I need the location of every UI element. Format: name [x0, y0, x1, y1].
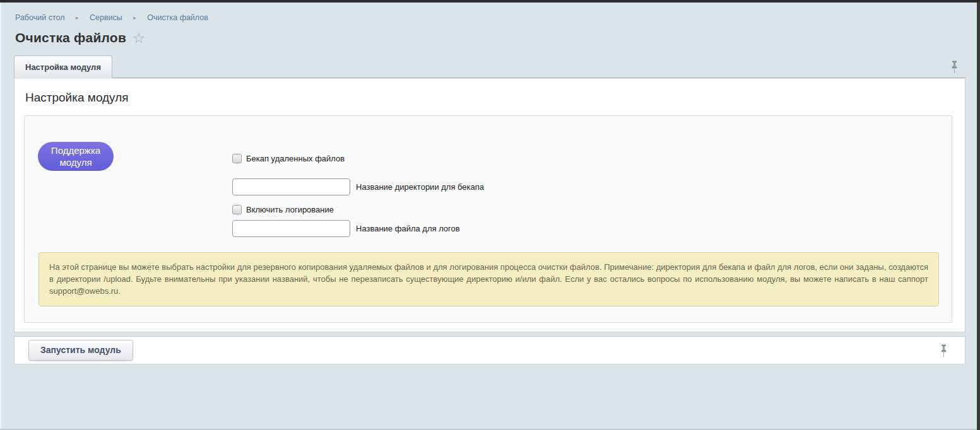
pushpin-icon	[939, 344, 948, 357]
section-heading: Настройка модуля	[15, 78, 965, 115]
logging-checkbox-label[interactable]: Включить логирование	[246, 205, 334, 214]
backup-dir-input-label: Название директории для бекапа	[356, 182, 484, 192]
tab-module-settings[interactable]: Настройка модуля	[14, 55, 112, 78]
breadcrumb-separator-icon: ▸	[76, 15, 79, 21]
logging-checkbox[interactable]	[232, 205, 242, 214]
breadcrumb-link-services[interactable]: Сервисы	[90, 13, 122, 22]
pushpin-icon	[950, 61, 959, 74]
footer-button-bar: Запустить модуль	[14, 336, 965, 364]
settings-form-box: Поддержка модуля Бекап удаленных файлов …	[24, 115, 952, 323]
log-file-input-label: Название файла для логов	[356, 224, 460, 233]
page-left-edge	[0, 3, 1, 430]
backup-dir-input[interactable]	[232, 178, 350, 195]
favorite-star-icon[interactable]: ☆	[133, 32, 145, 45]
backup-checkbox[interactable]	[232, 154, 242, 163]
backup-checkbox-label[interactable]: Бекап удаленных файлов	[246, 154, 345, 163]
run-module-button[interactable]: Запустить модуль	[28, 340, 133, 361]
title-row: Очистка файлов ☆	[15, 30, 965, 45]
logging-checkbox-row: Включить логирование	[232, 203, 952, 216]
module-support-button[interactable]: Поддержка модуля	[38, 142, 114, 171]
backup-checkbox-row: Бекап удаленных файлов	[232, 152, 952, 165]
module-settings-panel: Настройка модуля Поддержка модуля Бекап …	[14, 78, 965, 332]
page-title: Очистка файлов	[15, 30, 126, 45]
info-note: На этой странице вы можете выбрать настр…	[38, 252, 939, 306]
log-file-input[interactable]	[232, 220, 350, 237]
pin-icon[interactable]	[950, 61, 959, 74]
page-container: Рабочий стол ▸ Сервисы ▸ Очистка файлов …	[14, 3, 965, 364]
settings-form-column: Бекап удаленных файлов Название директор…	[232, 116, 952, 237]
backup-dir-row: Название директории для бекапа	[232, 178, 952, 195]
log-file-row: Название файла для логов	[232, 220, 952, 237]
breadcrumb: Рабочий стол ▸ Сервисы ▸ Очистка файлов	[15, 3, 965, 22]
pin-icon[interactable]	[939, 344, 948, 357]
page-right-edge	[977, 3, 980, 430]
tab-bar: Настройка модуля	[14, 55, 965, 78]
breadcrumb-link-desktop[interactable]: Рабочий стол	[15, 13, 64, 22]
breadcrumb-link-file-cleanup[interactable]: Очистка файлов	[147, 13, 208, 22]
breadcrumb-separator-icon: ▸	[133, 15, 136, 21]
